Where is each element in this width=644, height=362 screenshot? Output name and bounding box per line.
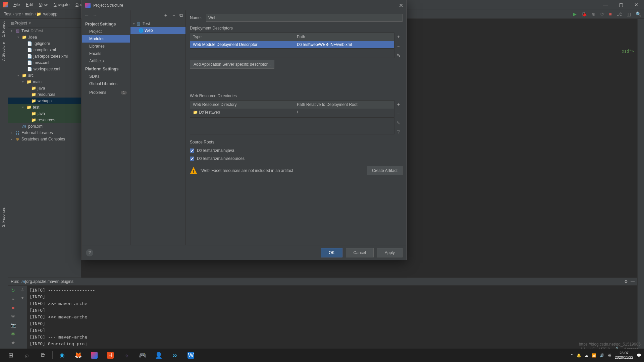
project-tree[interactable]: ▾▧Test D:\Test ▾📁.idea 📄.gitignore 📄comp… — [8, 27, 81, 278]
tree-test[interactable]: test — [33, 105, 39, 110]
breadcrumb-project[interactable]: Test — [3, 12, 13, 16]
run-config[interactable]: [org.apache.maven.plugins: — [25, 279, 74, 284]
tree-gitignore[interactable]: .gitignore — [34, 41, 50, 46]
copy-module-icon[interactable]: ⧉ — [179, 12, 183, 18]
module-web[interactable]: 🌐Web — [130, 27, 185, 34]
add-descriptor-button[interactable]: Add Application Server specific descript… — [190, 60, 274, 69]
tray-icon-2[interactable]: ☁ — [585, 353, 588, 358]
wrd-row[interactable]: 📁 D:\Test\web / — [190, 109, 394, 116]
app-icon-1[interactable]: 🎮 — [135, 349, 151, 362]
wrd-help-icon[interactable]: ? — [397, 129, 400, 134]
tray-volume-icon[interactable]: 🔊 — [600, 353, 604, 358]
vscode-icon[interactable]: ⬨ — [118, 349, 135, 362]
run-icon[interactable]: ▶ — [573, 11, 577, 17]
tree-java[interactable]: java — [38, 86, 45, 90]
split-icon[interactable]: ◫ — [627, 11, 631, 17]
help-button[interactable]: ? — [86, 249, 93, 256]
debug-icon[interactable]: 🐞 — [581, 11, 587, 17]
wrd-add-icon[interactable]: ＋ — [396, 102, 401, 108]
attach-icon[interactable]: ⤷ — [11, 296, 15, 302]
tray-notifications-icon[interactable]: 💬 — [637, 353, 641, 358]
intellij-icon[interactable] — [86, 349, 102, 362]
menu-view[interactable]: View — [36, 1, 50, 8]
stop-icon[interactable]: ■ — [609, 11, 612, 17]
tree-resources2[interactable]: resources — [38, 118, 55, 122]
dialog-titlebar[interactable]: Project Structure ✕ — [82, 0, 407, 10]
src-root-2[interactable]: D:\Test\src\main\resources — [190, 155, 402, 163]
bug-icon[interactable]: ✱ — [11, 331, 15, 337]
tab-project[interactable]: 1: Project — [0, 19, 7, 40]
tree-idea[interactable]: .idea — [28, 35, 37, 40]
sidebar-item-problems[interactable]: Problems 1 — [82, 87, 130, 96]
add-module-icon[interactable]: ＋ — [163, 12, 168, 18]
tree-java2[interactable]: java — [38, 111, 45, 116]
sidebar-item-libraries[interactable]: Libraries — [82, 43, 130, 50]
tree-root[interactable]: Test — [21, 28, 30, 33]
src-root-2-checkbox[interactable] — [190, 157, 194, 161]
sidebar-item-facets[interactable]: Facets — [82, 50, 130, 57]
search-icon[interactable]: 🔍 — [636, 11, 641, 17]
close-icon[interactable]: ✕ — [629, 0, 644, 9]
dd-add-icon[interactable]: ＋ — [396, 34, 401, 40]
sidebar-item-artifacts[interactable]: Artifacts — [82, 57, 130, 65]
view-icon[interactable]: 👁 — [11, 314, 15, 319]
tree-pom[interactable]: pom.xml — [28, 124, 43, 129]
minimize-icon[interactable]: — — [598, 0, 613, 9]
create-artifact-button[interactable]: Create Artifact — [367, 166, 402, 175]
tab-structure[interactable]: 7: Structure — [0, 40, 7, 64]
dd-table[interactable]: Type Path Web Module Deployment Descript… — [190, 33, 394, 49]
tree-jarrepo[interactable]: jarRepositories.xml — [34, 54, 68, 59]
coverage-icon[interactable]: ⊕ — [592, 11, 596, 17]
star-icon[interactable]: ★ — [11, 340, 15, 345]
tree-src[interactable]: src — [28, 73, 34, 78]
tab-favorites[interactable]: 2: Favorites — [0, 205, 7, 229]
app-h-icon[interactable]: H — [102, 349, 118, 362]
stop-run-icon[interactable]: ■ — [12, 305, 14, 310]
tree-webapp[interactable]: webapp — [38, 99, 52, 103]
wrd-table[interactable]: Web Resource Directory Path Relative to … — [190, 100, 394, 118]
tree-misc[interactable]: misc.xml — [34, 60, 49, 65]
search-taskbar-icon[interactable]: ⌕ — [19, 349, 35, 362]
maximize-icon[interactable]: ▢ — [613, 0, 629, 9]
tree-arrow-icon[interactable]: ▾ — [21, 296, 23, 300]
tray-chevron-icon[interactable]: ⌃ — [570, 353, 573, 358]
ok-button[interactable]: OK — [321, 248, 342, 257]
dd-edit-icon[interactable]: ✎ — [396, 53, 400, 58]
breadcrumb-main[interactable]: main — [23, 12, 35, 16]
tree-main[interactable]: main — [33, 79, 42, 84]
sidebar-item-global-libraries[interactable]: Global Libraries — [82, 80, 130, 87]
menu-file[interactable]: File — [11, 1, 22, 8]
gear-icon[interactable]: ⚙ — [624, 279, 628, 284]
chevron-down-icon[interactable]: ▾ — [29, 21, 31, 25]
profile-icon[interactable]: ⟳ — [600, 11, 604, 17]
run-console[interactable]: [INFO] ------------------ [INFO] [INFO] … — [27, 286, 637, 350]
back-icon[interactable]: ← — [85, 12, 89, 18]
module-test[interactable]: ▾▧Test — [130, 20, 185, 27]
apply-button[interactable]: Apply — [377, 248, 402, 257]
taskbar-clock[interactable]: 23:07 2020/11/22 — [615, 351, 633, 360]
tree-extlib[interactable]: External Libraries — [21, 130, 53, 135]
tray-icon-1[interactable]: 🔔 — [577, 353, 581, 358]
sidebar-item-sdks[interactable]: SDKs — [82, 73, 130, 80]
menu-navigate[interactable]: Navigate — [51, 1, 72, 8]
tray-ime-icon[interactable]: 英 — [608, 353, 611, 358]
tree-workspace[interactable]: workspace.xml — [34, 67, 60, 71]
rerun-icon[interactable]: ↻ — [11, 288, 15, 293]
tree-resources[interactable]: resources — [38, 92, 55, 97]
tray-wifi-icon[interactable]: 📶 — [592, 353, 596, 358]
task-view-icon[interactable]: ⧉ — [35, 349, 51, 362]
sidebar-item-project[interactable]: Project — [82, 28, 130, 35]
src-root-1[interactable]: D:\Test\src\main\java — [190, 146, 402, 155]
vcs-icon[interactable]: ⎇ — [616, 11, 622, 17]
app-icon-2[interactable]: 👤 — [151, 349, 167, 362]
project-panel-header[interactable]: ▤ Project ▾ — [8, 19, 81, 27]
dd-row[interactable]: Web Module Deployment Descriptor D:\Test… — [190, 41, 394, 48]
breadcrumb-src[interactable]: src — [14, 12, 22, 16]
menu-edit[interactable]: Edit — [23, 1, 36, 8]
start-button[interactable]: ⊞ — [3, 349, 19, 362]
app-icon-3[interactable]: ∞ — [167, 349, 183, 362]
scroll-icon[interactable]: ⇩ — [21, 288, 24, 292]
edge-icon[interactable]: ◉ — [54, 349, 70, 362]
dialog-close-icon[interactable]: ✕ — [399, 2, 403, 9]
firefox-icon[interactable]: 🦊 — [70, 349, 86, 362]
